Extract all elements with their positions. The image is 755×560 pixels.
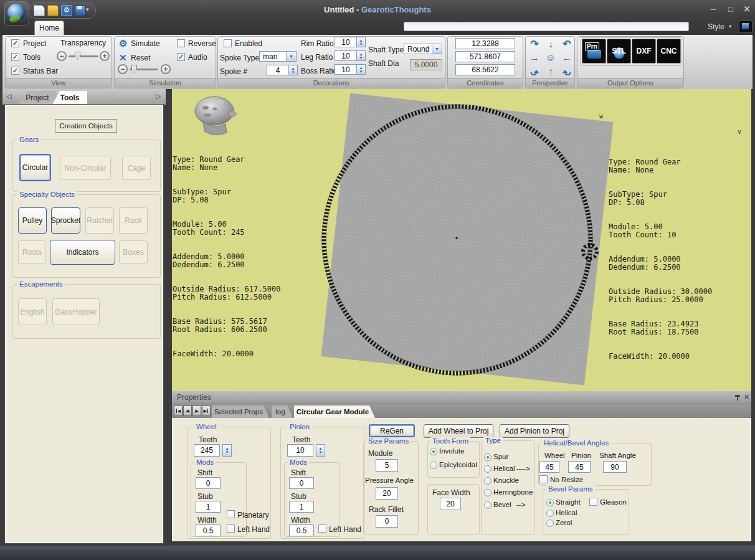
- gasshopper-button[interactable]: GassHopper: [52, 298, 100, 325]
- tab-nav-prev-button[interactable]: ◀: [183, 406, 192, 416]
- ratchet-button[interactable]: Ratchet: [85, 207, 114, 234]
- project-checkbox[interactable]: ✓: [11, 39, 19, 47]
- rim-ratio-input[interactable]: [335, 37, 357, 47]
- reset-button[interactable]: Reset: [131, 54, 150, 62]
- pulley-button[interactable]: Pulley: [18, 207, 47, 234]
- cnc-output-button[interactable]: CNC: [657, 39, 681, 64]
- coordinate-x-field[interactable]: [455, 38, 515, 49]
- straight-radio[interactable]: [546, 499, 554, 506]
- pinion-width-input[interactable]: [289, 524, 314, 536]
- rotate-cw-up-icon[interactable]: ↷: [527, 65, 542, 78]
- tab-selected-props[interactable]: Selected Props: [212, 406, 269, 418]
- simulate-button[interactable]: Simulate: [131, 39, 160, 48]
- bevel-helical-radio[interactable]: [546, 510, 554, 517]
- coordinate-y-field[interactable]: [455, 51, 515, 62]
- knuckle-radio[interactable]: [484, 477, 491, 485]
- spoke-type-dropdown[interactable]: man ▾: [259, 51, 297, 62]
- add-pinion-to-proj-button[interactable]: Add Pinion to Proj: [500, 424, 569, 438]
- wheel-width-input[interactable]: [196, 524, 221, 536]
- indicators-button[interactable]: Indicators: [50, 240, 115, 265]
- non-circular-button[interactable]: Non-Circular: [60, 156, 111, 180]
- tab-home[interactable]: Home: [34, 21, 64, 36]
- wheel-shift-input[interactable]: [196, 477, 221, 489]
- stl-output-button[interactable]: STL: [607, 39, 631, 64]
- spoke-type-chevron-down-icon[interactable]: ▾: [286, 52, 296, 61]
- pinion-left-hand-checkbox[interactable]: [318, 524, 326, 533]
- leg-ratio-input[interactable]: [335, 50, 357, 61]
- no-resize-checkbox[interactable]: [539, 475, 548, 483]
- reverse-checkbox[interactable]: [177, 39, 185, 47]
- tab-nav-next-button[interactable]: ▶: [192, 406, 201, 416]
- status-bar-checkbox[interactable]: ✓: [11, 67, 19, 75]
- maximize-button[interactable]: □: [724, 4, 738, 14]
- transparency-slider-track[interactable]: [69, 55, 98, 57]
- style-theme-icon[interactable]: [739, 21, 753, 33]
- regen-button[interactable]: ReGen: [369, 424, 415, 437]
- module-input[interactable]: [376, 459, 398, 472]
- add-wheel-to-proj-button[interactable]: Add Wheel to Proj: [424, 424, 493, 438]
- english-button[interactable]: English: [18, 298, 47, 325]
- herringbone-radio[interactable]: [484, 489, 491, 496]
- helical-radio[interactable]: [484, 465, 491, 473]
- leg-ratio-stepper[interactable]: ▴▾: [357, 50, 366, 61]
- tilt-up-icon[interactable]: ↑: [543, 65, 558, 78]
- coordinate-z-field[interactable]: [455, 64, 515, 75]
- wheel-teeth-input[interactable]: [194, 444, 220, 457]
- wheel-left-hand-checkbox[interactable]: [227, 524, 235, 533]
- angles-wheel-input[interactable]: [539, 461, 559, 473]
- style-chevron-down-icon[interactable]: ▾: [729, 23, 732, 29]
- spur-radio[interactable]: [484, 453, 491, 461]
- sidebar-scroll-left-icon[interactable]: ◁: [6, 92, 11, 100]
- transparency-minus-icon[interactable]: −: [57, 51, 67, 61]
- shaft-type-dropdown[interactable]: Round ▾: [404, 44, 442, 54]
- sidebar-scroll-right-icon[interactable]: ▷: [156, 92, 161, 100]
- bevel-radio[interactable]: [484, 501, 491, 509]
- boss-ratio-input[interactable]: [335, 64, 357, 75]
- roots-button[interactable]: Roots: [18, 240, 46, 264]
- dxf-output-button[interactable]: DXF: [632, 39, 656, 64]
- gleason-checkbox[interactable]: [589, 498, 597, 506]
- tools-checkbox[interactable]: ✓: [11, 53, 19, 61]
- involute-radio[interactable]: [430, 448, 437, 455]
- circular-button[interactable]: Circular: [19, 154, 51, 181]
- print-output-button[interactable]: Prn: [582, 39, 606, 64]
- enabled-checkbox[interactable]: [224, 39, 232, 47]
- wheel-stub-input[interactable]: [196, 501, 221, 513]
- minimize-button[interactable]: ─: [706, 4, 720, 14]
- tab-circular-gear-module[interactable]: Circular Gear Module: [294, 406, 375, 418]
- planetary-checkbox[interactable]: [227, 510, 235, 518]
- audio-checkbox[interactable]: ✓: [177, 53, 185, 61]
- pan-right-icon[interactable]: →: [527, 51, 542, 65]
- shaft-angle-input[interactable]: [603, 461, 627, 473]
- rotate-cw-icon[interactable]: ↷: [527, 37, 542, 51]
- pinion-shift-input[interactable]: [289, 477, 314, 489]
- gear-canvas[interactable]: Type: Round GearName: None SubType: Spur…: [172, 89, 751, 391]
- sim-speed-plus-icon[interactable]: +: [161, 64, 171, 74]
- angles-pinion-input[interactable]: [568, 461, 591, 473]
- sim-speed-minus-icon[interactable]: −: [118, 64, 128, 74]
- tab-nav-first-button[interactable]: ◀: [174, 406, 183, 416]
- shaft-type-chevron-down-icon[interactable]: ▾: [432, 44, 442, 54]
- boss-ratio-stepper[interactable]: ▴▾: [357, 64, 366, 75]
- style-dropdown[interactable]: Style: [708, 22, 724, 31]
- rotate-ccw-up-icon[interactable]: ↶: [559, 65, 574, 78]
- properties-close-icon[interactable]: ✕: [744, 393, 749, 401]
- close-button[interactable]: ✕: [740, 4, 754, 14]
- rack-button[interactable]: Rack: [119, 207, 148, 234]
- rack-fillet-input[interactable]: [376, 515, 398, 528]
- zerol-radio[interactable]: [546, 520, 554, 527]
- epicylcoidal-radio[interactable]: [430, 462, 437, 469]
- rotate-ccw-icon[interactable]: ↶: [559, 37, 574, 51]
- rim-ratio-stepper[interactable]: ▴▾: [357, 37, 366, 47]
- transparency-plus-icon[interactable]: +: [100, 51, 110, 61]
- tab-nav-last-button[interactable]: ▶: [202, 406, 211, 416]
- cage-button[interactable]: Cage: [122, 156, 151, 180]
- pan-left-icon[interactable]: ←: [559, 51, 574, 65]
- sprocket-button[interactable]: Sprocket: [51, 207, 80, 234]
- pinion-stub-input[interactable]: [289, 501, 314, 513]
- reset-view-smiley-icon[interactable]: ☺: [543, 51, 558, 65]
- wheel-teeth-stepper[interactable]: ▴▾: [222, 444, 232, 457]
- shaft-dia-input[interactable]: [410, 59, 442, 70]
- spoke-count-stepper[interactable]: ▴▾: [289, 65, 298, 75]
- spoke-count-input[interactable]: [267, 65, 289, 75]
